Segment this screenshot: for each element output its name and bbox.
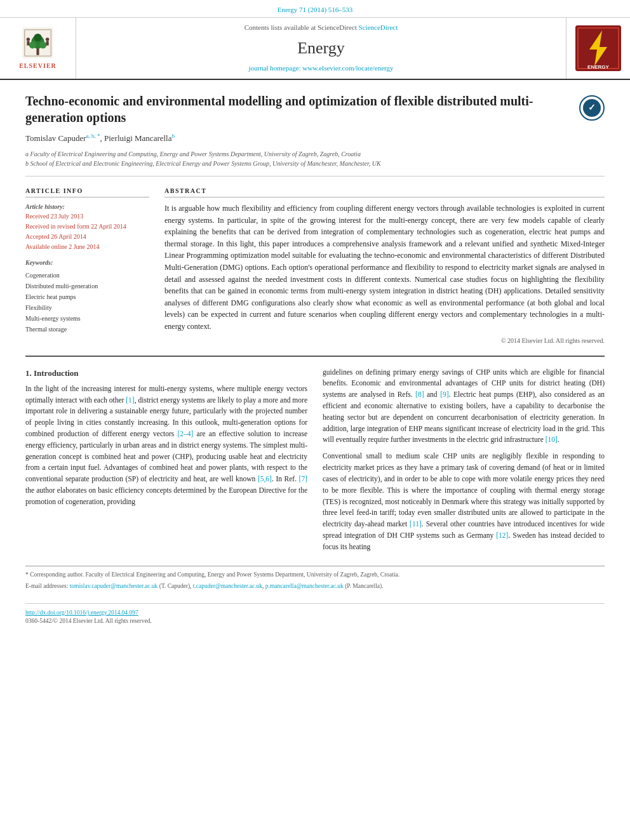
email-note1: (T. Capuder), (159, 583, 192, 589)
intro-col2-p1: guidelines on defining primary energy sa… (323, 367, 605, 446)
keyword-3: Electric heat pumps (25, 291, 149, 302)
journal-citation: Energy 71 (2014) 516–533 (0, 5, 630, 15)
body-col-right: guidelines on defining primary energy sa… (323, 367, 605, 558)
svg-rect-8 (27, 41, 29, 46)
keyword-5: Multi-energy systems (25, 313, 149, 324)
info-dates: Received 23 July 2013 Received in revise… (25, 211, 149, 252)
intro-col1-p1: In the light of the increasing interest … (25, 383, 307, 508)
intro-col2-p2: Conventional small to medium scale CHP u… (323, 451, 605, 552)
article-info-header: ARTICLE INFO (25, 187, 149, 197)
sciencedirect-link: Contents lists available at ScienceDirec… (245, 23, 398, 32)
email-label: E-mail addresses: (25, 583, 68, 589)
svg-text:ENERGY: ENERGY (587, 64, 609, 70)
article-main-title: Techno-economic and environmental modell… (25, 93, 566, 126)
crossmark-icon: ✓ (579, 95, 605, 121)
abstract-header: ABSTRACT (164, 187, 605, 197)
body-col-left: 1. Introduction In the light of the incr… (25, 367, 307, 558)
elsevier-logo-box: ELSEVIER (0, 18, 76, 78)
body-two-col: 1. Introduction In the light of the incr… (25, 367, 605, 558)
received-date: Received 23 July 2013 (25, 211, 149, 222)
article-body: Techno-economic and environmental modell… (0, 80, 630, 639)
article-title-text-area: Techno-economic and environmental modell… (25, 93, 566, 169)
ref-11[interactable]: [11] (410, 520, 422, 528)
ref-1[interactable]: [1] (126, 396, 134, 404)
email-note2: (P. Mancarella). (345, 583, 383, 589)
svg-point-9 (46, 38, 50, 42)
article-info-col: ARTICLE INFO Article history: Received 2… (25, 187, 149, 345)
keyword-2: Distributed multi-generation (25, 281, 149, 291)
intro-section-title: 1. Introduction (25, 367, 307, 380)
homepage-link[interactable]: journal homepage: www.elsevier.com/locat… (248, 64, 393, 72)
abstract-col: ABSTRACT It is arguable how much flexibi… (164, 187, 605, 345)
ref-7[interactable]: [7] (299, 475, 307, 483)
ref-10[interactable]: [10] (546, 436, 558, 443)
keyword-6: Thermal storage (25, 324, 149, 335)
email1-link[interactable]: tomislav.capuder@manchester.ac.uk (70, 583, 158, 589)
svg-point-7 (27, 38, 30, 42)
author1-name: Tomislav Capuder (25, 133, 86, 143)
svg-point-5 (39, 42, 46, 49)
energy-logo-icon: ENERGY (575, 25, 621, 71)
section-divider (25, 356, 605, 357)
doi-link[interactable]: http://dx.doi.org/10.1016/j.energy.2014.… (25, 610, 138, 616)
author2-sup-b: b (172, 133, 175, 139)
footnote-area: * Corresponding author. Faculty of Elect… (25, 566, 605, 591)
email-addresses: E-mail addresses: tomislav.capuder@manch… (25, 582, 605, 590)
ref-5-6[interactable]: [5,6] (258, 475, 272, 483)
keywords-label: Keywords: (25, 258, 149, 267)
doi-line: http://dx.doi.org/10.1016/j.energy.2014.… (25, 609, 605, 617)
abstract-text: It is arguable how much flexibility and … (164, 203, 605, 333)
author1-sup-a: a, b, * (86, 133, 100, 139)
journal-name: Energy (297, 37, 345, 60)
accepted-date: Accepted 26 April 2014 (25, 232, 149, 242)
elsevier-tree-icon (20, 25, 55, 60)
affiliation-b: b School of Electrical and Electronic En… (25, 159, 566, 168)
affiliations: a Faculty of Electrical Engineering and … (25, 149, 566, 168)
keyword-4: Flexibility (25, 302, 149, 313)
revised-date: Received in revised form 22 April 2014 (25, 222, 149, 232)
available-date: Available online 2 June 2014 (25, 242, 149, 252)
elsevier-label: ELSEVIER (19, 62, 57, 70)
ref-9[interactable]: [9] (440, 390, 448, 398)
ref-12[interactable]: [12] (496, 531, 508, 539)
sciencedirect-anchor[interactable]: ScienceDirect (359, 23, 398, 31)
ref-8[interactable]: [8] (415, 390, 424, 398)
email2-link[interactable]: t.capuder@manchester.ac.uk (193, 583, 262, 589)
article-title-section: Techno-economic and environmental modell… (25, 93, 605, 177)
ref-2-4[interactable]: [2–4] (177, 430, 193, 437)
article-authors: Tomislav Capudera, b, *, Pierluigi Manca… (25, 132, 566, 145)
email3-link[interactable]: p.mancarella@manchester.ac.uk (265, 583, 344, 589)
energy-logo-box: ENERGY (566, 18, 630, 78)
author2-name: Pierluigi Mancarella (104, 133, 172, 143)
crossmark-box: ✓ (579, 93, 605, 121)
keywords-block: Keywords: Cogeneration Distributed multi… (25, 258, 149, 335)
crossmark-inner: ✓ (583, 99, 601, 117)
elsevier-logo: ELSEVIER (19, 25, 57, 70)
issn-line: 0360-5442/© 2014 Elsevier Ltd. All right… (25, 617, 605, 625)
journal-header: Energy 71 (2014) 516–533 (0, 0, 630, 80)
keywords-list: Cogeneration Distributed multi-generatio… (25, 270, 149, 335)
svg-rect-10 (46, 41, 49, 46)
article-info-abstract-section: ARTICLE INFO Article history: Received 2… (25, 187, 605, 345)
journal-center: Contents lists available at ScienceDirec… (76, 18, 566, 78)
svg-point-6 (34, 34, 41, 42)
article-footer: http://dx.doi.org/10.1016/j.energy.2014.… (25, 603, 605, 626)
svg-point-4 (29, 42, 36, 49)
footnote-star: * Corresponding author. Faculty of Elect… (25, 570, 605, 579)
journal-homepage: journal homepage: www.elsevier.com/locat… (248, 63, 393, 73)
copyright-line: © 2014 Elsevier Ltd. All rights reserved… (164, 337, 605, 345)
journal-content-row: ELSEVIER Contents lists available at Sci… (0, 17, 630, 78)
keyword-1: Cogeneration (25, 270, 149, 281)
article-info-block: Article history: Received 23 July 2013 R… (25, 203, 149, 252)
history-label: Article history: (25, 203, 149, 211)
affiliation-a: a Faculty of Electrical Engineering and … (25, 149, 566, 159)
